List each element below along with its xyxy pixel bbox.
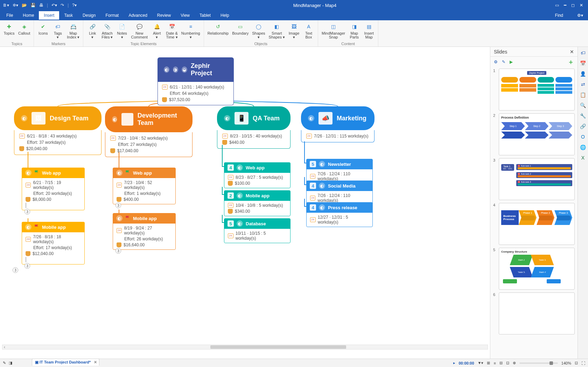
slide-thumb-1[interactable]: 1Zephir Project <box>493 69 575 111</box>
slide-thumb-5[interactable]: 5Company Structure Team 1 Team 2 Team 3 … <box>493 248 575 290</box>
ribbon-toggle-icon[interactable]: ▭ <box>555 3 559 8</box>
menu-tablet[interactable]: Tablet <box>195 11 216 20</box>
team-node-marketing[interactable]: ◐📣Marketing 7/26 · 12/31 : 115 workday(s… <box>301 106 374 142</box>
ribbon-tags-button[interactable]: 🏷Tags ▾ <box>51 22 65 41</box>
task-qa-database[interactable]: 5◐Database 10/11 · 10/15 : 5 workday(s) <box>224 218 290 243</box>
ribbon-new-button[interactable]: 💬New Comment <box>130 22 149 41</box>
slide-thumb-4[interactable]: 4 Business Process Phase 1Phase 2Phase 3 <box>493 203 575 245</box>
pen-tool-icon[interactable]: ✎ <box>3 361 6 365</box>
slides-add-icon[interactable]: ＋ <box>568 58 574 66</box>
fullscreen-icon[interactable]: ⛶ <box>581 361 585 365</box>
rail-search-icon[interactable]: 🔍 <box>579 101 587 109</box>
menu-file[interactable]: File <box>1 11 18 20</box>
view-schedule-icon[interactable]: ⊡ <box>506 361 509 365</box>
minimize-icon[interactable]: ━ <box>564 3 566 8</box>
team-node-design-team[interactable]: ◐🖼Design Team 6/21 · 8/18 : 43 workday(s… <box>14 106 102 155</box>
rail-markers-icon[interactable]: 🏷 <box>579 49 587 57</box>
ribbon-callout-button[interactable]: ◈Callout <box>17 22 31 41</box>
filter-icon[interactable]: ▼▾ <box>478 361 484 365</box>
ribbon-topics-button[interactable]: ✚Topics <box>2 22 16 41</box>
doc-tab-close-icon[interactable]: ✕ <box>94 360 97 365</box>
ribbon-map-button[interactable]: 📇Map Index ▾ <box>65 22 81 41</box>
ribbon-link-button[interactable]: 🔗Link ▾ <box>85 22 99 41</box>
horizontal-scrollbar[interactable]: ‹ <box>2 345 488 350</box>
zoom-fit-icon[interactable]: ⊕ <box>513 361 516 365</box>
task-qa-mobile-app[interactable]: 2◐Mobile app 10/4 · 10/8 : 5 workday(s)$… <box>224 190 290 216</box>
maximize-icon[interactable]: ◻ <box>571 3 575 8</box>
find-button[interactable]: Find <box>555 13 577 18</box>
team-node-qa-team[interactable]: ◐📱QA Team 8/23 · 10/15 : 40 workday(s)$4… <box>217 106 290 149</box>
menu-view[interactable]: View <box>176 11 195 20</box>
ribbon-shapes-button[interactable]: ◯Shapes ▾ <box>251 22 266 41</box>
rail-person-icon[interactable]: 👤 <box>579 70 587 78</box>
highlight-tool-icon[interactable]: ◨ <box>9 361 12 365</box>
rail-outlook-icon[interactable]: O <box>579 133 587 141</box>
slides-close-icon[interactable]: ✕ <box>570 49 574 55</box>
undo-icon[interactable]: ↶▾ <box>51 3 57 8</box>
ribbon-text-button[interactable]: AText Box <box>302 22 316 41</box>
ribbon-date--button[interactable]: 📅Date & Time ▾ <box>164 22 179 41</box>
menu-home[interactable]: Home <box>18 11 39 20</box>
menu-review[interactable]: Review <box>152 11 176 20</box>
slides-edit-icon[interactable]: ✎ <box>502 59 505 64</box>
menu-format[interactable]: Format <box>100 11 124 20</box>
menu-help[interactable]: Help <box>216 11 234 20</box>
task-design-web-app[interactable]: ◐Web app 6/21 · 7/15 : 19 workday(s)Effo… <box>22 168 85 210</box>
task-mkt-social-media[interactable]: 4◐Social Media 7/26 · 12/24 : 110 workda… <box>306 181 373 205</box>
new-doc-icon[interactable]: 🗎▾ <box>3 3 9 8</box>
menu-task[interactable]: Task <box>59 11 78 20</box>
menu-advanced[interactable]: Advanced <box>124 11 152 20</box>
ribbon-image-button[interactable]: 🖼Image ▾ <box>287 22 301 41</box>
rail-share-icon[interactable]: ⇄ <box>579 80 587 88</box>
canvas-area[interactable]: ◐◑◒Zephir Project 6/21 · 12/31 : 140 wor… <box>0 47 490 359</box>
task-mkt-press-release[interactable]: 4◐Press release 12/27 · 12/31 : 5 workda… <box>306 202 373 227</box>
help-dropdown-icon[interactable]: ?▾ <box>72 3 77 8</box>
task-qa-web-app[interactable]: 4◐Web app 8/23 · 8/27 : 5 workday(s)$100… <box>224 162 290 188</box>
task-count-badge[interactable]: 3 <box>115 248 121 254</box>
slide-thumb-2[interactable]: 2Process Definition Step 1Step 2Step 3 <box>493 113 575 155</box>
slide-thumb-6[interactable]: 6 <box>493 292 575 334</box>
timer-play-icon[interactable]: ▸ <box>453 361 455 365</box>
slide-thumb-3[interactable]: 3 Task 18/1 · 10/1 1Sub-task 12Sub-task … <box>493 158 575 200</box>
redo-icon[interactable]: ↷ <box>61 3 64 8</box>
ribbon-attach-button[interactable]: 📎Attach Files ▾ <box>100 22 114 41</box>
team-count-badge[interactable]: 3 <box>13 267 18 273</box>
view-gantt-icon[interactable]: ⊟ <box>499 361 503 365</box>
task-count-badge[interactable]: 3 <box>24 263 30 269</box>
slides-play-icon[interactable]: ▶ <box>510 59 513 64</box>
close-icon[interactable]: ✕ <box>580 3 583 8</box>
ribbon-notes-button[interactable]: 📄Notes ▾ <box>115 22 129 41</box>
ribbon-numbering-button[interactable]: ≡Numbering ▾ <box>180 22 202 41</box>
ribbon-mindmanager-button[interactable]: ◫MindManager Snap <box>320 22 346 41</box>
open-icon[interactable]: 📂 <box>22 3 27 8</box>
view-map-icon[interactable]: ⊞ <box>487 361 490 365</box>
view-outline-icon[interactable]: ≡ <box>493 361 496 365</box>
ribbon-smart-button[interactable]: ◧Smart Shapes ▾ <box>267 22 286 41</box>
team-node-development-team[interactable]: ◐Development Team 7/23 · 10/4 : 52 workd… <box>105 106 192 157</box>
save-icon[interactable]: 💾 <box>30 3 36 8</box>
menu-insert[interactable]: Insert <box>39 11 59 20</box>
rail-web-icon[interactable]: 🌐 <box>579 143 587 151</box>
task-dev-mobile-app[interactable]: ◐Mobile app 8/19 · 9/24 : 27 workday(s)E… <box>113 213 176 250</box>
slides-settings-icon[interactable]: ⚙ <box>494 59 498 64</box>
rail-tools-icon[interactable]: 🔧 <box>579 112 587 120</box>
rail-excel-icon[interactable]: X <box>579 154 587 162</box>
print-icon[interactable]: 🖶 <box>39 3 43 8</box>
zoom-slider[interactable] <box>519 362 558 364</box>
task-count-badge[interactable]: 3 <box>115 203 121 208</box>
rail-calendar-icon[interactable]: 📅 <box>579 59 587 67</box>
ribbon-map-button[interactable]: ◨Map Parts <box>347 22 361 41</box>
ribbon-alert-button[interactable]: 🔔Alert ▾ <box>150 22 164 41</box>
settings-icon[interactable]: ✲▾ <box>13 3 18 8</box>
document-tab[interactable]: ▣ IT Team Project Dashboard* ✕ <box>32 359 99 366</box>
task-count-badge[interactable]: 3 <box>24 209 30 214</box>
fit-page-icon[interactable]: ⊡ <box>575 361 578 365</box>
rail-copy-icon[interactable]: 📋 <box>579 91 587 99</box>
menu-design[interactable]: Design <box>78 11 100 20</box>
rail-related-icon[interactable]: 🔗 <box>579 122 587 130</box>
ribbon-boundary-button[interactable]: ▭Boundary <box>231 22 250 41</box>
root-node[interactable]: ◐◑◒Zephir Project 6/21 · 12/31 : 140 wor… <box>158 57 234 105</box>
ribbon-icons-button[interactable]: ✔Icons <box>36 22 50 41</box>
task-design-mobile-app[interactable]: ◐Mobile app 7/26 · 8/18 : 18 workday(s)E… <box>22 222 85 264</box>
ribbon-insert-button[interactable]: ▤Insert Map <box>362 22 376 41</box>
